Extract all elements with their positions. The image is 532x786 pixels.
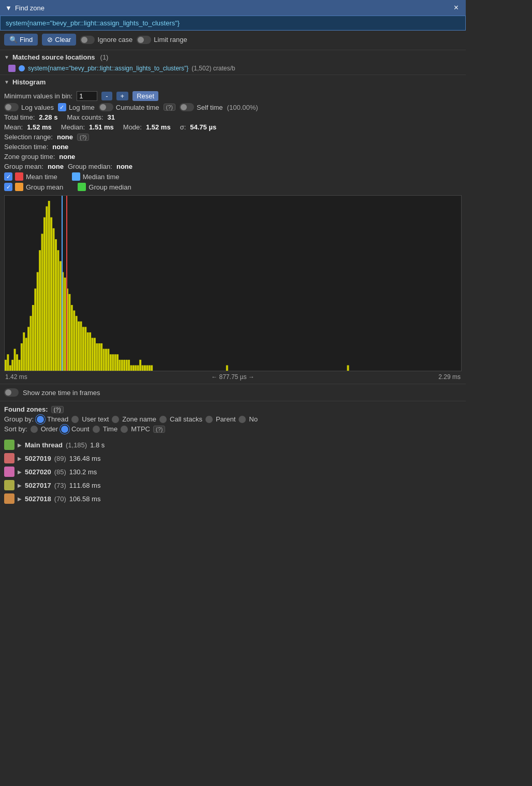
- svg-rect-17: [43, 217, 46, 371]
- group-by-usertext-label[interactable]: User text: [82, 415, 109, 423]
- group-mean-checkbox[interactable]: ✓: [4, 183, 12, 191]
- thread-expand-arrow[interactable]: ▶: [18, 456, 22, 461]
- show-frames-label: Show zone time in frames: [23, 389, 100, 397]
- thread-name: Main thread: [25, 441, 63, 449]
- cumulate-time-toggle[interactable]: Cumulate time: [99, 103, 159, 111]
- svg-rect-44: [105, 349, 107, 371]
- histogram-arrow: ▼: [4, 79, 9, 85]
- svg-rect-51: [121, 360, 123, 371]
- svg-rect-0: [5, 360, 7, 371]
- svg-rect-36: [87, 332, 89, 371]
- close-button[interactable]: ×: [452, 3, 461, 12]
- self-time-toggle[interactable]: Self time: [180, 103, 223, 111]
- group-by-no-radio[interactable]: [239, 416, 246, 423]
- svg-rect-24: [60, 261, 62, 371]
- ignore-case-toggle[interactable]: Ignore case: [80, 36, 132, 44]
- ignore-case-checkbox[interactable]: [80, 36, 95, 44]
- svg-rect-23: [57, 250, 59, 371]
- group-by-callstacks-radio[interactable]: [159, 416, 167, 423]
- min-bin-input[interactable]: [77, 91, 97, 101]
- mean-time-legend[interactable]: ✓ Mean time: [4, 172, 57, 181]
- mean-time-checkbox[interactable]: ✓: [4, 172, 12, 181]
- show-frames-checkbox[interactable]: [4, 388, 19, 397]
- sort-by-mtpc-label[interactable]: MTPC: [131, 425, 150, 433]
- total-time-value: 2.28 s: [39, 113, 57, 121]
- min-bin-row: Minimum values in bin: - + Reset: [4, 90, 462, 102]
- histogram-chart[interactable]: [4, 195, 462, 371]
- group-median-legend[interactable]: Group median: [78, 183, 131, 191]
- thread-expand-arrow[interactable]: ▶: [18, 442, 22, 448]
- thread-count: (70): [54, 495, 66, 503]
- svg-rect-52: [123, 360, 125, 371]
- max-counts-value: 31: [108, 113, 115, 121]
- limit-range-toggle[interactable]: Limit range: [137, 36, 187, 44]
- x-axis-right: 2.29 ms: [438, 373, 461, 381]
- stats-row-1: Total time: 2.28 s Max counts: 31: [4, 112, 462, 122]
- cumulate-time-checkbox[interactable]: [99, 103, 113, 111]
- thread-list: ▶ Main thread (1,185) 1.8 s ▶ 5027019 (8…: [0, 436, 466, 507]
- sort-by-help[interactable]: (?): [153, 426, 165, 433]
- log-values-checkbox[interactable]: [4, 103, 19, 111]
- reset-button[interactable]: Reset: [132, 91, 158, 101]
- svg-rect-39: [94, 338, 96, 371]
- group-median-color: [78, 183, 86, 191]
- thread-color: [4, 440, 14, 450]
- svg-rect-26: [64, 278, 66, 371]
- svg-rect-66: [347, 365, 349, 371]
- thread-expand-arrow[interactable]: ▶: [18, 496, 22, 502]
- thread-expand-arrow[interactable]: ▶: [18, 469, 22, 475]
- sort-by-count-radio[interactable]: [61, 426, 68, 433]
- svg-rect-57: [135, 365, 137, 371]
- group-by-callstacks-label[interactable]: Call stacks: [170, 415, 202, 423]
- svg-rect-18: [46, 207, 48, 371]
- decrement-button[interactable]: -: [101, 92, 112, 100]
- increment-button[interactable]: +: [116, 92, 129, 100]
- mode-value: 1.52 ms: [146, 123, 171, 131]
- group-by-thread-label[interactable]: Thread: [47, 415, 68, 423]
- sort-by-order-radio[interactable]: [31, 426, 38, 433]
- histogram-section-header[interactable]: ▼ Histogram: [0, 76, 466, 88]
- sort-by-time-radio[interactable]: [93, 426, 100, 433]
- group-by-parent-radio[interactable]: [205, 416, 213, 423]
- svg-rect-34: [82, 327, 84, 371]
- group-median-label: Group median:: [68, 163, 112, 170]
- group-by-zonename-label[interactable]: Zone name: [122, 415, 156, 423]
- thread-item: ▶ 5027020 (85) 130.2 ms: [4, 465, 462, 478]
- svg-rect-65: [226, 365, 228, 371]
- thread-item: ▶ Main thread (1,185) 1.8 s: [4, 438, 462, 452]
- found-zones-title-row: Found zones: (?): [4, 404, 462, 414]
- svg-rect-20: [50, 217, 52, 371]
- search-input[interactable]: [0, 16, 466, 31]
- thread-expand-arrow[interactable]: ▶: [18, 483, 22, 488]
- group-by-thread-radio[interactable]: [37, 416, 44, 423]
- cumulate-help[interactable]: (?): [164, 104, 175, 111]
- window-title: Find zone: [15, 4, 45, 12]
- thread-name: 5027017: [25, 482, 51, 489]
- svg-rect-31: [76, 316, 78, 371]
- group-by-no-label[interactable]: No: [249, 415, 258, 423]
- matched-section-header[interactable]: ▼ Matched source locations (1): [0, 51, 466, 63]
- found-zones-help[interactable]: (?): [51, 406, 64, 413]
- sort-by-order-label[interactable]: Order: [41, 425, 58, 433]
- sort-by-time-label[interactable]: Time: [103, 425, 117, 433]
- sort-by-mtpc-radio[interactable]: [121, 426, 128, 433]
- svg-rect-4: [14, 349, 16, 371]
- selection-range-help[interactable]: (?): [77, 134, 89, 141]
- clear-button[interactable]: ⊘ Clear: [42, 34, 76, 46]
- thread-count: (89): [54, 455, 66, 462]
- log-values-toggle[interactable]: Log values: [4, 103, 54, 111]
- group-by-parent-label[interactable]: Parent: [216, 415, 235, 423]
- log-time-toggle[interactable]: ✓ Log time: [58, 103, 95, 111]
- thread-time: 1.8 s: [90, 441, 105, 449]
- median-time-legend[interactable]: Median time: [72, 172, 120, 181]
- self-time-checkbox[interactable]: [180, 103, 194, 111]
- svg-rect-8: [23, 332, 25, 371]
- group-mean-legend[interactable]: ✓ Group mean: [4, 183, 63, 191]
- group-by-zonename-radio[interactable]: [112, 416, 119, 423]
- find-button[interactable]: 🔍 Find: [4, 34, 38, 46]
- log-time-checkbox[interactable]: ✓: [58, 103, 66, 111]
- limit-range-checkbox[interactable]: [137, 36, 151, 44]
- group-by-usertext-radio[interactable]: [71, 416, 79, 423]
- sort-by-count-label[interactable]: Count: [71, 425, 90, 433]
- title-bar: ▼ Find zone ×: [0, 0, 466, 16]
